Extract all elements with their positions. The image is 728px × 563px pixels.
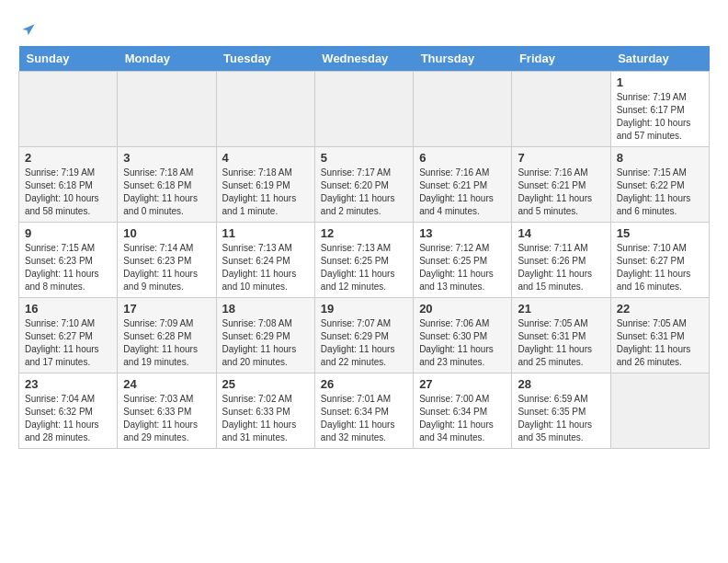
day-info: Sunrise: 7:19 AM Sunset: 6:17 PM Dayligh…	[617, 91, 703, 143]
day-number: 21	[518, 302, 604, 316]
day-info: Sunrise: 7:00 AM Sunset: 6:34 PM Dayligh…	[419, 393, 506, 444]
day-number: 17	[123, 302, 210, 316]
calendar-cell: 21Sunrise: 7:05 AM Sunset: 6:31 PM Dayli…	[512, 298, 610, 373]
day-info: Sunrise: 7:07 AM Sunset: 6:29 PM Dayligh…	[321, 317, 407, 369]
day-number: 9	[25, 226, 111, 240]
calendar-cell	[314, 72, 413, 147]
day-number: 12	[321, 226, 407, 240]
day-info: Sunrise: 7:15 AM Sunset: 6:23 PM Dayligh…	[25, 242, 111, 293]
day-number: 7	[518, 151, 604, 165]
day-info: Sunrise: 7:09 AM Sunset: 6:28 PM Dayligh…	[123, 317, 210, 369]
page-header	[18, 18, 710, 37]
calendar-cell: 14Sunrise: 7:11 AM Sunset: 6:26 PM Dayli…	[512, 223, 610, 298]
day-number: 22	[617, 302, 703, 316]
day-info: Sunrise: 7:05 AM Sunset: 6:31 PM Dayligh…	[518, 317, 604, 369]
calendar-cell	[19, 72, 118, 147]
calendar-cell: 12Sunrise: 7:13 AM Sunset: 6:25 PM Dayli…	[314, 223, 413, 298]
calendar-cell: 1Sunrise: 7:19 AM Sunset: 6:17 PM Daylig…	[610, 72, 709, 147]
calendar-cell	[216, 72, 314, 147]
calendar-cell: 13Sunrise: 7:12 AM Sunset: 6:25 PM Dayli…	[414, 223, 512, 298]
calendar-cell: 27Sunrise: 7:00 AM Sunset: 6:34 PM Dayli…	[414, 373, 512, 449]
calendar-cell: 2Sunrise: 7:19 AM Sunset: 6:18 PM Daylig…	[19, 147, 118, 223]
day-number: 16	[25, 302, 111, 316]
calendar-week-4: 16Sunrise: 7:10 AM Sunset: 6:27 PM Dayli…	[19, 298, 710, 373]
day-number: 24	[123, 377, 210, 391]
day-number: 6	[419, 151, 506, 165]
day-info: Sunrise: 7:10 AM Sunset: 6:27 PM Dayligh…	[617, 242, 703, 293]
calendar-cell	[610, 373, 709, 449]
day-number: 18	[222, 302, 309, 316]
day-number: 23	[25, 377, 111, 391]
day-number: 10	[123, 226, 210, 240]
day-number: 14	[518, 226, 604, 240]
logo-text	[18, 18, 37, 40]
calendar-cell: 26Sunrise: 7:01 AM Sunset: 6:34 PM Dayli…	[314, 373, 413, 449]
day-info: Sunrise: 7:08 AM Sunset: 6:29 PM Dayligh…	[222, 317, 309, 369]
day-info: Sunrise: 7:13 AM Sunset: 6:25 PM Dayligh…	[321, 242, 407, 293]
weekday-header-saturday: Saturday	[610, 46, 709, 72]
calendar-cell: 22Sunrise: 7:05 AM Sunset: 6:31 PM Dayli…	[610, 298, 709, 373]
calendar-cell	[118, 72, 216, 147]
calendar-cell: 28Sunrise: 6:59 AM Sunset: 6:35 PM Dayli…	[512, 373, 610, 449]
day-number: 1	[617, 75, 703, 89]
calendar-cell: 6Sunrise: 7:16 AM Sunset: 6:21 PM Daylig…	[414, 147, 512, 223]
calendar-cell: 10Sunrise: 7:14 AM Sunset: 6:23 PM Dayli…	[118, 223, 216, 298]
weekday-header-monday: Monday	[118, 46, 216, 72]
logo-bird-icon	[20, 22, 37, 39]
day-info: Sunrise: 7:12 AM Sunset: 6:25 PM Dayligh…	[419, 242, 506, 293]
calendar-cell: 3Sunrise: 7:18 AM Sunset: 6:18 PM Daylig…	[118, 147, 216, 223]
weekday-header-sunday: Sunday	[19, 46, 118, 72]
day-info: Sunrise: 7:16 AM Sunset: 6:21 PM Dayligh…	[518, 167, 604, 218]
calendar-cell	[512, 72, 610, 147]
day-number: 3	[123, 151, 210, 165]
calendar-cell	[414, 72, 512, 147]
calendar-cell: 7Sunrise: 7:16 AM Sunset: 6:21 PM Daylig…	[512, 147, 610, 223]
weekday-header-friday: Friday	[512, 46, 610, 72]
day-info: Sunrise: 7:18 AM Sunset: 6:18 PM Dayligh…	[123, 167, 210, 218]
day-number: 28	[518, 377, 604, 391]
day-info: Sunrise: 7:02 AM Sunset: 6:33 PM Dayligh…	[222, 393, 309, 444]
day-info: Sunrise: 7:03 AM Sunset: 6:33 PM Dayligh…	[123, 393, 210, 444]
calendar-cell: 11Sunrise: 7:13 AM Sunset: 6:24 PM Dayli…	[216, 223, 314, 298]
calendar-cell: 18Sunrise: 7:08 AM Sunset: 6:29 PM Dayli…	[216, 298, 314, 373]
weekday-header-wednesday: Wednesday	[314, 46, 413, 72]
calendar-cell: 15Sunrise: 7:10 AM Sunset: 6:27 PM Dayli…	[610, 223, 709, 298]
calendar-table: SundayMondayTuesdayWednesdayThursdayFrid…	[18, 46, 710, 449]
day-number: 11	[222, 226, 309, 240]
day-info: Sunrise: 7:19 AM Sunset: 6:18 PM Dayligh…	[25, 167, 111, 218]
calendar-cell: 17Sunrise: 7:09 AM Sunset: 6:28 PM Dayli…	[118, 298, 216, 373]
day-number: 27	[419, 377, 506, 391]
day-info: Sunrise: 7:11 AM Sunset: 6:26 PM Dayligh…	[518, 242, 604, 293]
day-info: Sunrise: 7:17 AM Sunset: 6:20 PM Dayligh…	[321, 167, 407, 218]
day-info: Sunrise: 7:13 AM Sunset: 6:24 PM Dayligh…	[222, 242, 309, 293]
day-info: Sunrise: 7:10 AM Sunset: 6:27 PM Dayligh…	[25, 317, 111, 369]
calendar-cell: 24Sunrise: 7:03 AM Sunset: 6:33 PM Dayli…	[118, 373, 216, 449]
day-number: 15	[617, 226, 703, 240]
calendar-week-1: 1Sunrise: 7:19 AM Sunset: 6:17 PM Daylig…	[19, 72, 710, 147]
logo	[18, 18, 37, 37]
calendar-cell: 5Sunrise: 7:17 AM Sunset: 6:20 PM Daylig…	[314, 147, 413, 223]
day-info: Sunrise: 7:14 AM Sunset: 6:23 PM Dayligh…	[123, 242, 210, 293]
day-info: Sunrise: 7:18 AM Sunset: 6:19 PM Dayligh…	[222, 167, 309, 218]
calendar-week-3: 9Sunrise: 7:15 AM Sunset: 6:23 PM Daylig…	[19, 223, 710, 298]
day-number: 4	[222, 151, 309, 165]
calendar-week-2: 2Sunrise: 7:19 AM Sunset: 6:18 PM Daylig…	[19, 147, 710, 223]
day-info: Sunrise: 7:16 AM Sunset: 6:21 PM Dayligh…	[419, 167, 506, 218]
day-number: 25	[222, 377, 309, 391]
day-info: Sunrise: 6:59 AM Sunset: 6:35 PM Dayligh…	[518, 393, 604, 444]
calendar-cell: 20Sunrise: 7:06 AM Sunset: 6:30 PM Dayli…	[414, 298, 512, 373]
calendar-header-row: SundayMondayTuesdayWednesdayThursdayFrid…	[19, 46, 710, 72]
calendar-cell: 4Sunrise: 7:18 AM Sunset: 6:19 PM Daylig…	[216, 147, 314, 223]
calendar-week-5: 23Sunrise: 7:04 AM Sunset: 6:32 PM Dayli…	[19, 373, 710, 449]
weekday-header-tuesday: Tuesday	[216, 46, 314, 72]
day-number: 5	[321, 151, 407, 165]
day-info: Sunrise: 7:01 AM Sunset: 6:34 PM Dayligh…	[321, 393, 407, 444]
day-info: Sunrise: 7:05 AM Sunset: 6:31 PM Dayligh…	[617, 317, 703, 369]
calendar-cell: 9Sunrise: 7:15 AM Sunset: 6:23 PM Daylig…	[19, 223, 118, 298]
calendar-cell: 23Sunrise: 7:04 AM Sunset: 6:32 PM Dayli…	[19, 373, 118, 449]
day-info: Sunrise: 7:15 AM Sunset: 6:22 PM Dayligh…	[617, 167, 703, 218]
day-number: 26	[321, 377, 407, 391]
calendar-cell: 25Sunrise: 7:02 AM Sunset: 6:33 PM Dayli…	[216, 373, 314, 449]
day-number: 13	[419, 226, 506, 240]
calendar-cell: 19Sunrise: 7:07 AM Sunset: 6:29 PM Dayli…	[314, 298, 413, 373]
